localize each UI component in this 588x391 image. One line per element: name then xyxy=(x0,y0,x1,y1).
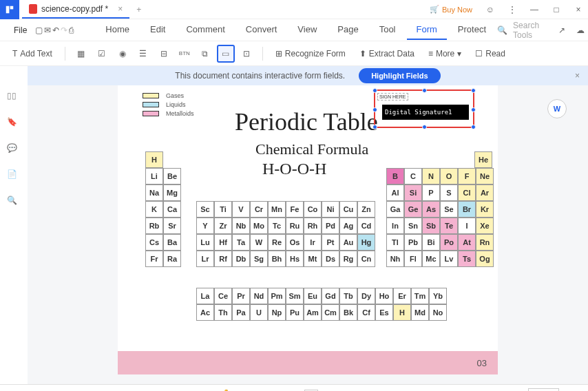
signature-field-name[interactable]: Digital Signature1 xyxy=(382,105,469,120)
form-radio-icon[interactable]: ◉ xyxy=(114,45,132,63)
prev-page-icon[interactable]: ‹ xyxy=(284,389,296,392)
form-textfield-icon[interactable]: ▦ xyxy=(72,45,90,63)
element-Tm: Tm xyxy=(411,288,429,304)
element-Zn: Zn xyxy=(357,201,375,218)
search-icon[interactable]: 🔍 xyxy=(497,25,507,35)
menu-edit[interactable]: Edit xyxy=(140,20,175,40)
buy-now-link[interactable]: 🛒 Buy Now xyxy=(430,5,472,14)
element-Ar: Ar xyxy=(476,184,494,201)
kebab-icon[interactable]: ⋮ xyxy=(503,0,522,19)
last-page-icon[interactable]: ⇥ xyxy=(361,389,374,392)
word-export-icon[interactable]: W xyxy=(547,99,567,118)
menu-convert[interactable]: Convert xyxy=(236,20,287,40)
element-Ni: Ni xyxy=(322,201,339,218)
fit-page-icon[interactable]: ⊡ xyxy=(382,389,395,392)
menu-protect[interactable]: Protect xyxy=(448,20,496,40)
highlight-fields-button[interactable]: Highlight Fields xyxy=(359,68,441,83)
element-Te: Te xyxy=(440,218,458,234)
fit-width-icon[interactable]: ⊟ xyxy=(403,389,415,392)
resize-handle[interactable] xyxy=(422,125,427,129)
redo-icon[interactable]: ↷ xyxy=(61,22,67,39)
form-signature-icon[interactable]: ▭ xyxy=(217,45,235,63)
element-Tl: Tl xyxy=(386,234,404,251)
read-button[interactable]: ☐ Read xyxy=(470,46,511,61)
attachments-icon[interactable]: 📄 xyxy=(7,169,21,183)
resize-handle[interactable] xyxy=(372,107,377,112)
banner-close-icon[interactable]: × xyxy=(575,71,580,81)
form-date-icon[interactable]: ⧉ xyxy=(196,45,214,63)
menu-page[interactable]: Page xyxy=(328,20,368,40)
legend-label: Liquids xyxy=(166,101,186,108)
zoom-value[interactable]: 70% ▾ xyxy=(528,388,559,391)
resize-handle[interactable] xyxy=(422,88,427,93)
form-image-icon[interactable]: ⊡ xyxy=(238,45,255,63)
form-button-icon[interactable]: BTN xyxy=(176,45,193,63)
cloud-icon[interactable]: ☁ xyxy=(574,22,587,39)
hand-tool-icon[interactable]: ✋ xyxy=(222,389,234,392)
mail-icon[interactable]: ✉ xyxy=(44,22,51,39)
resize-handle[interactable] xyxy=(372,125,377,129)
recognize-form-button[interactable]: ⊞ Recognize Form xyxy=(270,46,351,61)
resize-handle[interactable] xyxy=(471,125,476,129)
document-tab[interactable]: science-copy.pdf * × xyxy=(22,1,129,19)
menu-comment[interactable]: Comment xyxy=(176,20,234,40)
print-icon[interactable]: ⎙ xyxy=(69,22,74,39)
extract-data-button[interactable]: ⬆ Extract Data xyxy=(354,46,420,61)
user-icon[interactable]: ☺ xyxy=(481,0,500,19)
menu-form[interactable]: Form xyxy=(407,20,447,40)
tab-filename: science-copy.pdf * xyxy=(41,4,108,14)
select-tool-icon[interactable]: ⬚ xyxy=(242,389,255,392)
element-Th: Th xyxy=(214,304,232,321)
close-button[interactable]: × xyxy=(569,0,588,19)
share-icon[interactable]: ↗ xyxy=(556,22,569,39)
search-panel-icon[interactable]: 🔍 xyxy=(7,196,21,209)
element-K: K xyxy=(145,201,163,218)
statusbar: 27.94 x 21.59 cm ✋ ⬚ ⇤ ‹ 3 /3 › ⇥ ⊡ ⊟ − … xyxy=(0,384,588,391)
first-page-icon[interactable]: ⇤ xyxy=(263,389,275,392)
element-Ds: Ds xyxy=(322,251,339,267)
element-Se: Se xyxy=(440,201,458,218)
element-Ru: Ru xyxy=(286,218,304,234)
page-number: 03 xyxy=(477,358,487,368)
element-Au: Au xyxy=(339,234,357,251)
search-tools[interactable]: Search Tools xyxy=(513,21,550,40)
element-F: F xyxy=(458,168,476,184)
next-page-icon[interactable]: › xyxy=(341,389,353,392)
menu-home[interactable]: Home xyxy=(96,20,139,40)
element-B: B xyxy=(386,168,404,184)
tab-close-icon[interactable]: × xyxy=(118,4,123,14)
element-Sm: Sm xyxy=(286,288,304,304)
signature-field-selected[interactable]: SIGN HERE Digital Signature1 xyxy=(374,89,474,128)
menu-tool[interactable]: Tool xyxy=(370,20,406,40)
left-sidebar: ▯▯ 🔖 💬 📄 🔍 xyxy=(0,85,28,384)
comments-icon[interactable]: 💬 xyxy=(7,143,21,157)
element-Ge: Ge xyxy=(404,201,422,218)
element-H: H xyxy=(145,151,163,168)
bookmarks-icon[interactable]: 🔖 xyxy=(7,117,21,131)
element-Po: Po xyxy=(440,234,458,251)
zoom-in-icon[interactable]: + xyxy=(507,389,520,392)
form-combo-icon[interactable]: ☰ xyxy=(134,45,152,63)
thumbnails-icon[interactable]: ▯▯ xyxy=(7,91,21,105)
resize-handle[interactable] xyxy=(372,88,377,93)
sign-here-label: SIGN HERE xyxy=(377,93,408,101)
add-text-button[interactable]: T Add Text xyxy=(7,46,58,61)
resize-handle[interactable] xyxy=(471,88,476,93)
element-He: He xyxy=(474,151,492,168)
undo-icon[interactable]: ↶ xyxy=(52,22,59,39)
element-Y: Y xyxy=(196,218,214,234)
form-checkbox-icon[interactable]: ☑ xyxy=(93,45,111,63)
file-menu[interactable]: File xyxy=(7,23,34,38)
new-tab-button[interactable]: + xyxy=(129,5,148,14)
minimize-button[interactable]: — xyxy=(525,0,544,19)
maximize-button[interactable]: □ xyxy=(547,0,566,19)
form-list-icon[interactable]: ⊟ xyxy=(155,45,173,63)
more-button[interactable]: ≡ More▾ xyxy=(423,46,467,61)
element-Cf: Cf xyxy=(357,304,375,321)
layout-icon[interactable]: ⊞ xyxy=(567,389,580,392)
zoom-out-icon[interactable]: − xyxy=(423,389,436,392)
element-Si: Si xyxy=(404,184,422,201)
save-icon[interactable]: ▢ xyxy=(35,22,43,39)
menu-view[interactable]: View xyxy=(288,20,326,40)
resize-handle[interactable] xyxy=(471,107,476,112)
